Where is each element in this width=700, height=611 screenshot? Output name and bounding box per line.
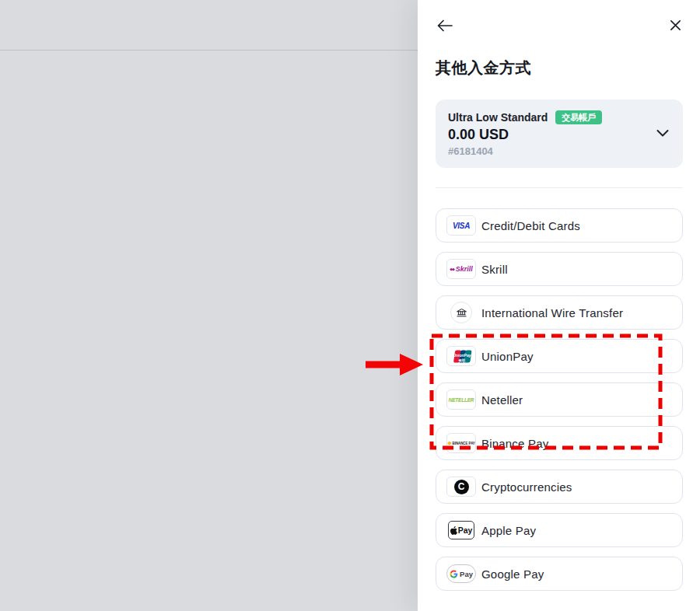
payment-method-row-neteller[interactable]: NETELLER Neteller <box>436 382 683 417</box>
neteller-logo-icon: NETELLER <box>446 389 476 410</box>
payment-method-label: Binance Pay <box>481 437 548 450</box>
annotation-arrow-icon <box>366 354 423 379</box>
payment-method-row-cryptocurrencies[interactable]: C Cryptocurrencies <box>436 470 683 504</box>
visa-logo-icon: VISA <box>446 215 476 236</box>
account-number: #6181404 <box>448 145 670 157</box>
skrill-logo-icon: ◆◆Skrill <box>446 259 476 279</box>
payment-method-label: Google Pay <box>481 567 544 581</box>
bank-icon <box>446 302 476 323</box>
unionpay-logo-icon: UnionPay 银联 <box>446 346 476 366</box>
payment-method-label: Neteller <box>481 393 523 407</box>
payment-method-row-binance-pay[interactable]: ◆BINANCE PAY Binance Pay <box>436 426 683 460</box>
highlighted-method-wrapper: UnionPay 银联 UnionPay <box>436 339 683 373</box>
deposit-methods-panel: 其他入金方式 Ultra Low Standard 交易帳戶 0.00 USD … <box>418 0 700 611</box>
apple-pay-logo-icon: Pay <box>446 521 476 539</box>
payment-method-label: Skrill <box>481 263 508 276</box>
account-name: Ultra Low Standard <box>448 111 548 124</box>
account-selector[interactable]: Ultra Low Standard 交易帳戶 0.00 USD #618140… <box>436 100 683 168</box>
svg-text:UnionPay: UnionPay <box>453 352 471 357</box>
arrow-left-icon <box>437 19 453 34</box>
close-button[interactable] <box>668 18 683 35</box>
binance-pay-logo-icon: ◆BINANCE PAY <box>446 433 476 453</box>
payment-method-label: International Wire Transfer <box>481 306 623 319</box>
chevron-down-icon <box>656 128 669 140</box>
payment-method-label: Cryptocurrencies <box>481 480 572 494</box>
payment-method-row-unionpay[interactable]: UnionPay 银联 UnionPay <box>436 339 683 373</box>
account-balance: 0.00 USD <box>448 127 670 143</box>
payment-method-label: Credit/Debit Cards <box>481 219 580 232</box>
payment-method-label: UnionPay <box>481 350 534 363</box>
panel-header <box>436 19 683 34</box>
google-pay-logo-icon: Pay <box>446 564 476 583</box>
payment-method-label: Apple Pay <box>481 524 536 537</box>
payment-method-row-international-wire-transfer[interactable]: International Wire Transfer <box>436 295 683 330</box>
page-title: 其他入金方式 <box>436 58 683 78</box>
close-icon <box>670 19 681 33</box>
payment-method-row-credit-debit-cards[interactable]: VISA Credit/Debit Cards <box>436 208 683 243</box>
payment-method-row-google-pay[interactable]: Pay Google Pay <box>436 557 683 591</box>
crypto-coin-icon: C <box>446 477 476 497</box>
payment-method-row-skrill[interactable]: ◆◆Skrill Skrill <box>436 252 683 286</box>
section-divider <box>436 187 683 188</box>
account-type-badge: 交易帳戶 <box>555 110 602 124</box>
svg-text:银联: 银联 <box>457 358 465 361</box>
back-button[interactable] <box>436 18 454 36</box>
background-page-divider <box>0 50 418 51</box>
payment-methods-list: VISA Credit/Debit Cards ◆◆Skrill Skrill … <box>436 208 683 591</box>
payment-method-row-apple-pay[interactable]: Pay Apple Pay <box>436 513 683 547</box>
